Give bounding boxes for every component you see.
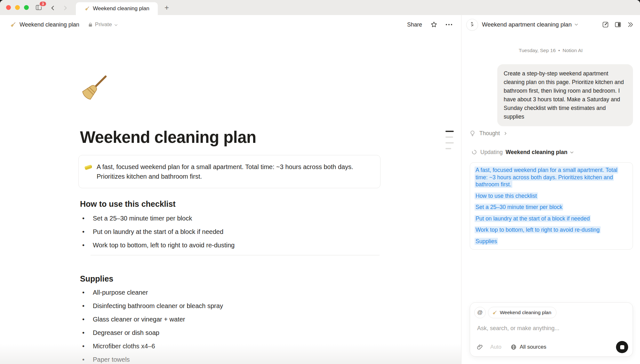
diff-line: Supplies — [476, 238, 627, 245]
breadcrumb[interactable]: Weekend cleaning plan — [10, 21, 79, 28]
chevron-down-icon — [114, 23, 118, 27]
diff-line: Set a 25–30 minute timer per block — [476, 204, 627, 211]
callout-block[interactable]: A fast, focused weekend plan for a small… — [78, 155, 380, 188]
list-item[interactable]: •Work top to bottom, left to right to av… — [80, 241, 381, 249]
mode-auto-button[interactable]: Auto — [490, 344, 501, 350]
forward-button[interactable] — [62, 5, 68, 11]
bullet-icon: • — [82, 315, 84, 323]
thread-title[interactable]: Weekend apartment cleaning plan — [482, 21, 572, 28]
diff-line: How to use this checklist — [476, 192, 627, 200]
bullet-icon: • — [82, 288, 84, 297]
chevron-left-icon — [50, 5, 56, 11]
sources-label: All sources — [520, 344, 546, 350]
main-area: Weekend cleaning plan Private Share Week… — [0, 15, 461, 364]
breadcrumb-title[interactable]: Weekend cleaning plan — [20, 21, 79, 28]
more-options-button[interactable] — [446, 21, 452, 28]
new-chat-button[interactable] — [602, 21, 609, 28]
minimize-button[interactable] — [15, 5, 20, 10]
new-tab-button[interactable]: + — [161, 3, 172, 12]
globe-icon — [510, 344, 517, 350]
sponge-icon — [84, 163, 92, 171]
panel-layout-button[interactable] — [614, 21, 621, 28]
page-icon-button[interactable] — [76, 70, 112, 106]
privacy-menu-button[interactable]: Private — [88, 21, 118, 28]
bullet-icon: • — [82, 302, 84, 310]
broom-icon — [76, 70, 112, 106]
input-actions: Auto All sources — [476, 341, 628, 353]
chevron-right-icon — [62, 5, 68, 11]
collapse-panel-button[interactable] — [627, 21, 634, 28]
page-header: Weekend cleaning plan Private Share — [0, 15, 461, 34]
section-heading[interactable]: How to use this checklist — [80, 199, 176, 209]
ai-face-icon — [469, 21, 476, 28]
bullet-icon: • — [82, 329, 84, 337]
tab-title: Weekend cleaning plan — [93, 5, 149, 12]
back-button[interactable] — [50, 5, 56, 11]
context-chip-label: Weekend cleaning plan — [500, 310, 551, 315]
ai-panel: Weekend apartment cleaning plan Tuesday,… — [461, 15, 640, 364]
ai-input-box[interactable]: @ Weekend cleaning plan Auto All sources — [470, 302, 633, 357]
outline-indicator[interactable] — [445, 131, 454, 154]
diff-line: Work top to bottom, left to right to avo… — [476, 226, 627, 234]
thought-toggle[interactable]: Thought — [469, 129, 508, 137]
list-item[interactable]: •Put on laundry at the start of a block … — [80, 228, 381, 236]
broom-icon — [492, 310, 497, 315]
page-tab[interactable]: Weekend cleaning plan — [76, 2, 158, 15]
ask-input[interactable] — [476, 324, 624, 332]
mention-button[interactable]: @ — [474, 307, 486, 318]
close-button[interactable] — [6, 5, 11, 10]
chevron-down-icon — [574, 22, 579, 28]
divider-block — [91, 255, 380, 255]
page-title[interactable]: Weekend cleaning plan — [80, 128, 256, 147]
bulleted-list: •All-purpose cleaner •Disinfecting bathr… — [80, 288, 381, 364]
sources-button[interactable]: All sources — [510, 344, 546, 350]
broom-icon — [10, 21, 16, 28]
thought-label: Thought — [479, 130, 500, 137]
updating-label: Updating — [480, 149, 503, 156]
updating-target-button[interactable]: Weekend cleaning plan — [506, 149, 567, 156]
stop-icon — [620, 345, 624, 349]
notion-window: 3 Weekend cleaning plan + Weekend cleani… — [0, 0, 640, 364]
ai-panel-header: Weekend apartment cleaning plan — [461, 15, 640, 34]
chevron-right-icon — [503, 131, 508, 136]
paperclip-icon — [476, 344, 483, 351]
conversation-timestamp: Tuesday, Sep 16•Notion AI — [461, 48, 640, 53]
titlebar: 3 Weekend cleaning plan + — [0, 0, 640, 15]
zoom-button[interactable] — [24, 5, 29, 10]
section-heading[interactable]: Supplies — [80, 274, 113, 284]
bullet-icon: • — [82, 214, 84, 222]
star-icon — [430, 21, 437, 28]
broom-icon — [84, 6, 90, 12]
spinner-icon — [471, 149, 477, 155]
list-item[interactable]: •Paper towels — [80, 355, 381, 364]
bullet-icon: • — [82, 342, 84, 350]
updating-status: Updating Weekend cleaning plan — [471, 148, 574, 156]
diff-line: Put on laundry at the start of a block i… — [476, 215, 627, 222]
chevron-down-icon — [570, 150, 574, 155]
user-message-bubble: Create a step-by-step weekend apartment … — [497, 64, 633, 126]
list-item[interactable]: •Microfiber cloths x4–6 — [80, 342, 381, 350]
callout-text: A fast, focused weekend plan for a small… — [97, 162, 372, 181]
edit-preview-box: A fast, focused weekend plan for a small… — [470, 162, 633, 250]
list-item[interactable]: •Glass cleaner or vinegar + water — [80, 315, 381, 323]
context-chip[interactable]: Weekend cleaning plan — [488, 307, 556, 318]
ai-avatar-button[interactable] — [466, 19, 478, 31]
favorite-button[interactable] — [430, 21, 437, 28]
lightbulb-icon — [469, 130, 476, 137]
bullet-icon: • — [82, 241, 84, 249]
list-item[interactable]: •Degreaser or dish soap — [80, 329, 381, 337]
bulleted-list: •Set a 25–30 minute timer per block •Put… — [80, 214, 381, 254]
list-item[interactable]: •Disinfecting bathroom cleaner or bleach… — [80, 302, 381, 310]
bullet-icon: • — [82, 228, 84, 236]
list-item[interactable]: •Set a 25–30 minute timer per block — [80, 214, 381, 222]
share-button[interactable]: Share — [407, 21, 422, 28]
privacy-label: Private — [95, 21, 112, 28]
list-item[interactable]: •All-purpose cleaner — [80, 288, 381, 297]
stop-button[interactable] — [616, 341, 628, 353]
bullet-icon: • — [82, 355, 84, 364]
diff-line: A fast, focused weekend plan for a small… — [476, 167, 627, 188]
lock-icon — [88, 22, 93, 27]
notification-badge: 3 — [39, 1, 47, 7]
attach-button[interactable] — [476, 344, 483, 351]
